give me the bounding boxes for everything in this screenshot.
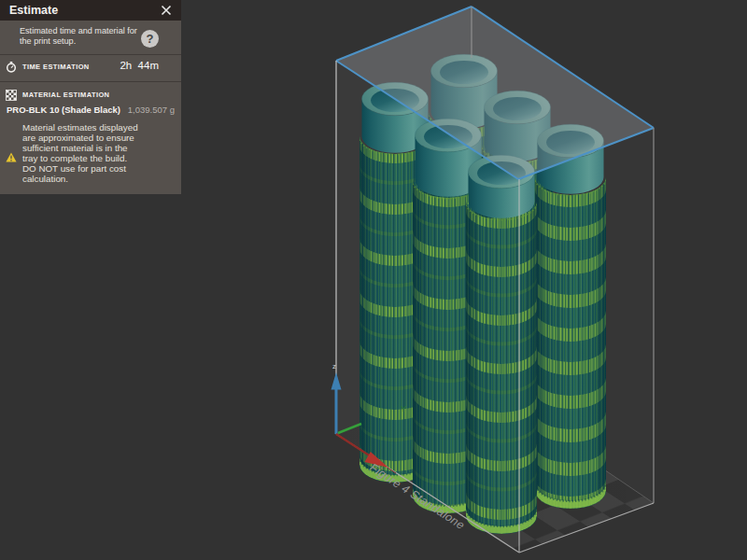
svg-text:Y: Y (401, 404, 406, 413)
svg-text:z: z (332, 362, 336, 371)
